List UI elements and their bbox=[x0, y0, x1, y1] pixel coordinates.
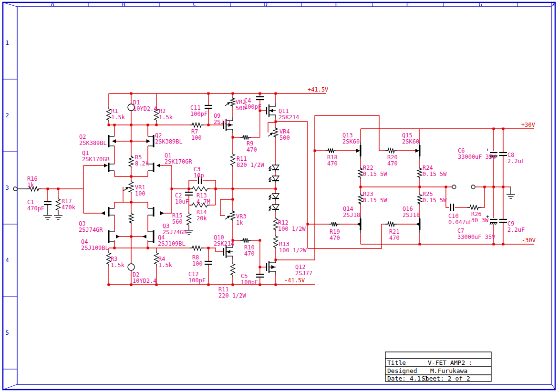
component-value-r23: 0.15 5W bbox=[363, 197, 387, 204]
component-value-r13a: 4.7M bbox=[196, 198, 210, 205]
component-value-vr1: 100 bbox=[135, 190, 145, 197]
frame-row-label-5: 5 bbox=[5, 330, 9, 336]
component-value-q14: 2SJ18 bbox=[343, 212, 360, 218]
frame-outer-border bbox=[3, 2, 555, 390]
component-value-q3_right: 2SJ74GR bbox=[163, 229, 187, 236]
component-ref-r10: R10 bbox=[244, 244, 255, 251]
resistor-symbol bbox=[231, 210, 235, 221]
component-ref-q1_left: Q1 bbox=[82, 150, 89, 156]
component-ref-q13: Q13 bbox=[342, 132, 353, 139]
component-ref-q15: Q15 bbox=[402, 132, 413, 139]
sheet-label: Sheet: 2 of 2 bbox=[422, 375, 470, 382]
rail-label-pos-out: +30V bbox=[521, 122, 535, 128]
component-ref-c7: C7 bbox=[457, 227, 464, 234]
component-value-r19: 470 bbox=[330, 235, 340, 241]
component-ref-q4_left: Q4 bbox=[81, 238, 88, 245]
component-ref-q11: Q11 bbox=[279, 108, 289, 114]
component-value-q2_right: 2SK389BL bbox=[155, 138, 183, 145]
frame-column-label-f: F bbox=[406, 1, 409, 8]
resistor-symbol bbox=[231, 97, 235, 107]
component-value-r15: 560 bbox=[172, 218, 183, 225]
component-value-c1: 470pF bbox=[27, 205, 44, 212]
component-ref-r24: R24 bbox=[423, 165, 433, 171]
component-value-r21: 470 bbox=[389, 235, 400, 241]
component-value-c9: 2.2uF bbox=[507, 227, 525, 233]
component-value-vr4: 500 bbox=[279, 134, 290, 141]
component-value-q13: 2SK60 bbox=[342, 138, 360, 145]
component-value-q1_right: 2SK170GR bbox=[165, 158, 193, 165]
component-value-q15: 2SK60 bbox=[402, 138, 419, 145]
component-ref-r9: R9 bbox=[247, 140, 253, 147]
component-ref-vr4: VR4 bbox=[279, 128, 290, 135]
resistor-symbol bbox=[418, 167, 422, 179]
led-diode-symbol bbox=[272, 205, 279, 209]
plus-polarity-mark: + bbox=[486, 147, 489, 153]
resistor-symbol bbox=[187, 212, 191, 227]
component-ref-r18: R18 bbox=[327, 154, 338, 161]
frame-column-ticks bbox=[88, 2, 517, 7]
resistor-symbol bbox=[274, 217, 278, 231]
component-value-c7: 33000uF 35V bbox=[457, 234, 495, 240]
component-ref-c1: C1 bbox=[27, 199, 34, 206]
component-value-r4: 1.5k bbox=[158, 262, 173, 268]
component-value-r3: 1.5k bbox=[111, 262, 125, 268]
title-block: Title V-FET AMP2 : Designed M.Furukawa D… bbox=[385, 352, 491, 382]
component-ref-c11: C11 bbox=[190, 104, 201, 111]
component-ref-r7: R7 bbox=[191, 128, 198, 135]
frame-column-label-g: G bbox=[478, 1, 482, 8]
component-ref-r19: R19 bbox=[330, 228, 340, 235]
resistor-symbol bbox=[129, 155, 134, 168]
component-value-q9: 2SJ77 bbox=[214, 119, 231, 125]
led-diode-symbol bbox=[272, 165, 279, 170]
component-value-q16: 2SJ18 bbox=[403, 212, 420, 218]
frame-row-label-3: 3 bbox=[5, 185, 9, 191]
component-ref-r1: R1 bbox=[111, 108, 118, 114]
component-ref-d2: D2 bbox=[133, 271, 139, 278]
resistor-symbol bbox=[359, 167, 363, 179]
diode-symbol bbox=[128, 264, 134, 270]
frame-row-ticks bbox=[3, 79, 17, 369]
component-value-c5: 100pF bbox=[241, 279, 258, 286]
component-ref-q3_left: Q3 bbox=[79, 220, 85, 227]
component-value-q4_left: 2SJ109BL bbox=[81, 245, 109, 251]
resistor-symbol bbox=[326, 149, 336, 153]
frame-column-label-b: B bbox=[122, 1, 125, 8]
resistor-symbol bbox=[240, 135, 251, 140]
component-ref-r25: R25 bbox=[423, 191, 433, 197]
designer-name: M.Furukawa bbox=[430, 367, 467, 374]
component-value-q10: 2SK214 bbox=[214, 240, 234, 247]
component-ref-r21: R21 bbox=[389, 228, 400, 235]
terminal-icon bbox=[13, 187, 17, 191]
led-diode-symbol bbox=[272, 194, 279, 198]
component-value-c12: 100pF bbox=[188, 277, 206, 284]
component-value-c2: 10uF bbox=[175, 198, 189, 205]
component-value-c4: 100pF bbox=[244, 103, 261, 110]
gate-arrow-icon bbox=[160, 211, 164, 215]
frame-row-label-1: 1 bbox=[5, 40, 9, 46]
component-ref-q4_right: Q4 bbox=[158, 234, 165, 241]
component-ref-r12: R12 bbox=[278, 219, 289, 226]
component-value-c10: 0.047uF bbox=[448, 219, 473, 226]
component-ref-r3: R3 bbox=[111, 256, 117, 262]
circuit-layer: ++R161kC1470pFR17470kQ22SK389BLQ12SK170G… bbox=[13, 93, 534, 299]
frame-column-label-h: H bbox=[551, 1, 554, 8]
frame-inner-border bbox=[17, 7, 552, 384]
component-ref-d1: D1 bbox=[133, 99, 140, 106]
frame-column-label-c: C bbox=[193, 1, 196, 8]
rail-label-neg-drive: -41.5V bbox=[284, 277, 305, 284]
component-value-r18: 470 bbox=[327, 160, 338, 167]
frame-column-label-e: E bbox=[335, 1, 338, 8]
component-value-r20: 470 bbox=[387, 160, 398, 167]
component-value-r1: 1.5k bbox=[111, 114, 125, 121]
resistor-symbol bbox=[359, 193, 363, 205]
resistor-symbol bbox=[418, 193, 422, 205]
component-ref-c12: C12 bbox=[188, 271, 199, 278]
component-ref-c4: C4 bbox=[244, 97, 251, 104]
gate-arrow-icon bbox=[146, 139, 150, 143]
gate-arrow-icon bbox=[357, 222, 361, 226]
component-value-q3_left: 2SJ74GR bbox=[79, 227, 103, 233]
frame-row-label-4: 4 bbox=[5, 257, 9, 264]
component-ref-r23: R23 bbox=[363, 191, 373, 197]
component-ref-q14: Q14 bbox=[343, 206, 353, 212]
component-value-c6: 33000uF 35V bbox=[458, 154, 496, 160]
